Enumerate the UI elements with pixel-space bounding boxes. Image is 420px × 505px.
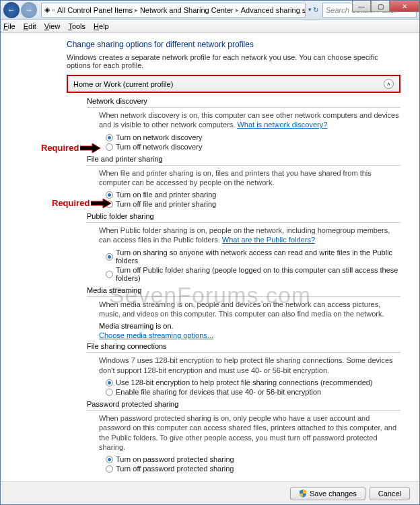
- breadcrumb-root-icon: ◈: [44, 5, 50, 14]
- back-arrow-icon: ←: [7, 5, 15, 15]
- menu-file[interactable]: File: [3, 22, 15, 30]
- section-desc: When network discovery is on, this compu…: [99, 110, 400, 130]
- menubar: File Edit View Tools Help: [1, 20, 419, 33]
- cancel-button[interactable]: Cancel: [370, 487, 410, 500]
- maximize-button[interactable]: ▢: [371, 0, 390, 12]
- breadcrumb-item[interactable]: Network and Sharing Center: [140, 6, 234, 14]
- menu-help[interactable]: Help: [94, 22, 109, 30]
- section-desc: When Public folder sharing is on, people…: [99, 226, 400, 245]
- section-title: Media streaming: [87, 286, 400, 294]
- section-title: Public folder sharing: [87, 212, 400, 220]
- section-title: File sharing connections: [87, 342, 400, 350]
- required-annotation: Required: [52, 198, 111, 208]
- arrow-right-icon: [80, 143, 100, 153]
- section-desc: When password protected sharing is on, o…: [99, 413, 400, 452]
- shield-icon: [299, 490, 307, 498]
- radio-pf-off[interactable]: [106, 271, 113, 278]
- breadcrumb[interactable]: ◈ « All Control Panel Items ▸ Network an…: [41, 3, 306, 18]
- section-desc: When file and printer sharing is on, fil…: [99, 168, 400, 188]
- save-button[interactable]: Save changes: [290, 487, 365, 500]
- media-status: Media streaming is on.: [99, 322, 400, 330]
- page-description: Windows creates a separate network profi…: [67, 53, 400, 69]
- close-button[interactable]: ✕: [390, 0, 419, 12]
- section-desc: Windows 7 uses 128-bit encryption to hel…: [99, 356, 400, 375]
- forward-arrow-icon: →: [25, 5, 33, 15]
- section-title: File and printer sharing: [87, 155, 400, 163]
- refresh-icon[interactable]: ↻: [313, 6, 318, 13]
- radio-enc-40[interactable]: [106, 389, 113, 396]
- section-title: Network discovery: [87, 97, 400, 105]
- chevron-up-icon[interactable]: ʌ: [384, 79, 394, 89]
- menu-edit[interactable]: Edit: [24, 22, 36, 30]
- dropdown-icon[interactable]: ▾: [308, 6, 312, 13]
- menu-tools[interactable]: Tools: [68, 22, 85, 30]
- public-folders-link[interactable]: What are the Public folders?: [222, 236, 315, 244]
- forward-button[interactable]: →: [21, 2, 37, 18]
- profile-label: Home or Work (current profile): [73, 80, 173, 88]
- breadcrumb-item[interactable]: Advanced sharing settings: [241, 6, 306, 14]
- menu-view[interactable]: View: [44, 22, 61, 30]
- radio-net-on[interactable]: [106, 134, 113, 141]
- radio-pf-on[interactable]: [106, 253, 113, 261]
- radio-pw-on[interactable]: [106, 456, 113, 463]
- radio-net-off[interactable]: [106, 143, 113, 151]
- footer: Save changes Cancel: [1, 481, 419, 504]
- required-annotation: Required: [41, 143, 100, 153]
- profile-header[interactable]: Home or Work (current profile) ʌ: [67, 75, 400, 93]
- network-discovery-link[interactable]: What is network discovery?: [237, 121, 327, 129]
- page-title: Change sharing options for different net…: [67, 40, 407, 49]
- breadcrumb-item[interactable]: All Control Panel Items: [57, 6, 133, 14]
- media-options-link[interactable]: Choose media streaming options...: [99, 331, 213, 339]
- section-title: Password protected sharing: [87, 400, 400, 408]
- arrow-right-icon: [91, 199, 111, 208]
- section-desc: When media streaming is on, people and d…: [99, 300, 400, 319]
- radio-pw-off[interactable]: [106, 465, 113, 473]
- back-button[interactable]: ←: [3, 2, 20, 18]
- section-title: HomeGroup connections: [87, 477, 400, 477]
- radio-enc-128[interactable]: [106, 379, 113, 386]
- minimize-button[interactable]: ―: [352, 0, 371, 12]
